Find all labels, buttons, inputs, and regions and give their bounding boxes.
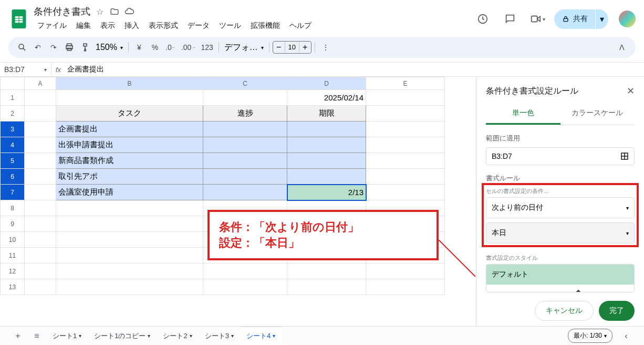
font-family-dropdown[interactable]: デフォ…▾ — [222, 42, 266, 53]
cloud-status-icon[interactable] — [124, 6, 134, 17]
cancel-button[interactable]: キャンセル — [535, 301, 594, 321]
star-icon[interactable]: ☆ — [95, 6, 105, 17]
cell-b4[interactable]: 出張申請書提出 — [56, 137, 203, 153]
fill-color-button[interactable]: ▾ — [575, 289, 588, 292]
font-size-value[interactable]: 10 — [285, 42, 299, 53]
decimal-increase-button[interactable]: .00→ — [179, 40, 198, 55]
row-header-7[interactable]: 7 — [1, 185, 25, 200]
condition-select[interactable]: 次より前の日付 ▾ — [486, 197, 635, 218]
cell-b2[interactable]: タスク — [56, 106, 203, 121]
col-header-e[interactable]: E — [366, 77, 445, 90]
cell-b7[interactable]: 会議室使用申請 — [56, 185, 203, 200]
history-icon[interactable] — [472, 8, 493, 29]
sheet-tab-2[interactable]: シート1のコピー▾ — [88, 327, 157, 345]
row-header-4[interactable]: 4 — [1, 137, 25, 153]
print-icon[interactable] — [62, 40, 77, 55]
move-folder-icon[interactable] — [109, 6, 120, 17]
row-header-1[interactable]: 1 — [1, 90, 25, 106]
share-button[interactable]: 共有 — [554, 9, 595, 29]
collapse-toolbar-icon[interactable]: ᐱ — [615, 40, 629, 55]
apply-range-label: 範囲に適用 — [486, 134, 635, 143]
apply-range-value: B3:D7 — [492, 152, 512, 160]
row-header-8[interactable]: 8 — [1, 200, 25, 216]
zoom-dropdown[interactable]: 150%▾ — [94, 43, 125, 52]
col-header-c[interactable]: C — [203, 77, 287, 90]
col-header-a[interactable]: A — [25, 77, 56, 90]
comment-icon[interactable] — [500, 8, 521, 29]
row-header-13[interactable]: 13 — [1, 279, 25, 295]
undo-icon[interactable]: ↶ — [30, 40, 45, 55]
sheet-tab-bar: + ≡ シート1▾ シート1のコピー▾ シート2▾ シート3▾ シート4▾ 最小… — [0, 326, 644, 345]
sheets-logo[interactable] — [8, 8, 29, 29]
row-header-3[interactable]: 3 — [1, 121, 25, 137]
formula-input[interactable] — [65, 65, 644, 74]
chevron-down-icon: ▾ — [626, 230, 629, 236]
done-button[interactable]: 完了 — [599, 301, 635, 321]
font-size-decrease[interactable]: − — [273, 42, 285, 53]
meet-icon[interactable]: ▾ — [527, 8, 548, 29]
menu-insert[interactable]: 挿入 — [121, 19, 143, 33]
cell-b6[interactable]: 取引先アポ — [56, 169, 203, 185]
menu-view[interactable]: 表示 — [97, 19, 119, 33]
cell-c2[interactable]: 進捗 — [203, 106, 287, 121]
style-label: 書式設定のスタイル — [486, 254, 635, 262]
menu-format[interactable]: 表示形式 — [145, 19, 182, 33]
col-header-d[interactable]: D — [287, 77, 366, 90]
svg-marker-8 — [537, 16, 540, 21]
row-header-2[interactable]: 2 — [1, 106, 25, 121]
decimal-decrease-button[interactable]: .0← — [163, 40, 178, 55]
row-header-10[interactable]: 10 — [1, 232, 25, 248]
row-header-12[interactable]: 12 — [1, 263, 25, 279]
cell-b3[interactable]: 企画書提出 — [56, 121, 203, 137]
style-preview[interactable]: デフォルト — [486, 265, 634, 285]
more-tools-icon[interactable]: ⋮ — [318, 40, 333, 55]
row-header-6[interactable]: 6 — [1, 169, 25, 185]
close-panel-icon[interactable]: ✕ — [627, 85, 635, 97]
font-size-increase[interactable]: + — [299, 42, 311, 53]
user-avatar[interactable] — [619, 11, 636, 27]
quick-calc[interactable]: 最小: 1/30▾ — [568, 329, 612, 343]
sheet-tab-1[interactable]: シート1▾ — [46, 327, 88, 345]
number-format-button[interactable]: 123 — [199, 40, 215, 55]
row-header-11[interactable]: 11 — [1, 248, 25, 263]
search-icon[interactable] — [15, 40, 29, 55]
menu-data[interactable]: データ — [184, 19, 213, 33]
share-dropdown-icon[interactable]: ▾ — [596, 9, 608, 29]
cell-d1[interactable]: 2025/02/14 — [287, 90, 366, 106]
menu-extensions[interactable]: 拡張機能 — [247, 19, 284, 33]
apply-range-input[interactable]: B3:D7 — [486, 147, 635, 165]
row-header-9[interactable]: 9 — [1, 216, 25, 232]
conditional-format-panel: 条件付き書式設定ルール ✕ 単一色 カラースケール 範囲に適用 B3:D7 書式… — [476, 77, 644, 329]
range-grid-icon[interactable] — [620, 152, 629, 160]
currency-button[interactable]: ¥ — [132, 40, 147, 55]
cell-b5[interactable]: 新商品書類作成 — [56, 153, 203, 169]
cell-d7[interactable]: 2/13 — [287, 185, 366, 200]
row-header-5[interactable]: 5 — [1, 153, 25, 169]
sheet-tab-4[interactable]: シート3▾ — [199, 327, 240, 345]
all-sheets-button[interactable]: ≡ — [27, 327, 46, 346]
redo-icon[interactable]: ↷ — [46, 40, 61, 55]
cell-d2[interactable]: 期限 — [287, 106, 366, 121]
percent-button[interactable]: % — [148, 40, 162, 55]
paint-format-icon[interactable] — [78, 40, 92, 55]
sheet-tab-5[interactable]: シート4▾ — [240, 327, 282, 345]
condition-sub-select[interactable]: 本日 ▾ — [486, 222, 635, 243]
spreadsheet-area[interactable]: A B C D E 12025/02/14 2タスク進捗期限 3企画書提出 4出… — [0, 77, 476, 329]
document-title[interactable]: 条件付き書式 — [34, 5, 90, 18]
select-all-corner[interactable] — [1, 77, 25, 90]
explore-button[interactable]: ‹ — [617, 327, 636, 346]
tab-color-scale[interactable]: カラースケール — [560, 103, 635, 125]
callout-line1: 条件：「次より前の日付」 — [219, 219, 427, 235]
menu-edit[interactable]: 編集 — [72, 19, 95, 33]
menu-file[interactable]: ファイル — [34, 19, 70, 33]
condition-label: セルの書式設定の条件... — [486, 187, 635, 195]
tab-single-color[interactable]: 単一色 — [486, 103, 560, 125]
add-sheet-button[interactable]: + — [8, 327, 27, 346]
name-box[interactable]: B3:D7▾ — [0, 63, 51, 76]
menu-tools[interactable]: ツール — [215, 19, 245, 33]
sheet-tab-3[interactable]: シート2▾ — [157, 327, 198, 345]
main-area: A B C D E 12025/02/14 2タスク進捗期限 3企画書提出 4出… — [0, 77, 644, 329]
menu-help[interactable]: ヘルプ — [286, 19, 315, 33]
svg-point-10 — [19, 44, 24, 49]
col-header-b[interactable]: B — [56, 77, 203, 90]
